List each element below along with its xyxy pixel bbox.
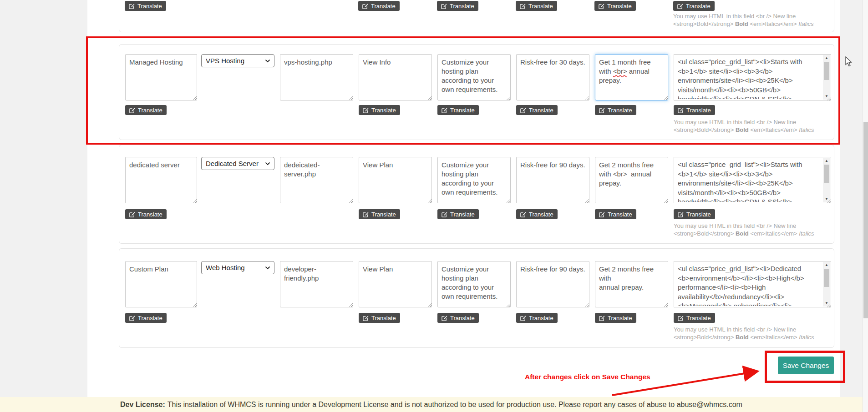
annotation-arrow <box>608 363 767 399</box>
scrollbar-thumb[interactable] <box>863 122 868 318</box>
description-field[interactable]: Customize your hosting plan according to… <box>437 54 511 100</box>
category-select[interactable]: VPS Hosting <box>201 54 274 67</box>
html-help-text: You may use HTML in this field <br /> Ne… <box>673 12 814 28</box>
trial-field[interactable]: Risk-free for 90 days. <box>516 157 589 203</box>
translate-button[interactable]: Translate <box>437 313 479 323</box>
help-line-1: You may use HTML in this field <br /> Ne… <box>674 222 815 230</box>
translate-button[interactable]: Translate <box>595 209 636 219</box>
translate-button[interactable]: Translate <box>437 1 478 11</box>
translate-button-label: Translate <box>450 211 475 218</box>
translate-button-label: Translate <box>686 211 711 218</box>
scroll-up-arrow[interactable]: ▲ <box>823 55 830 61</box>
translate-button[interactable]: Translate <box>674 105 715 115</box>
url-field[interactable]: vps-hosting.php <box>280 54 353 100</box>
textarea-scrollbar[interactable]: ▲▼ <box>823 158 830 202</box>
edit-icon <box>129 3 135 9</box>
save-changes-button[interactable]: Save Changes <box>778 357 834 374</box>
url-field[interactable]: developer-friendly.php <box>280 261 353 307</box>
help-line-2: <strong>Bold</strong> Bold <em>Italics</… <box>674 230 815 237</box>
scroll-up-arrow[interactable]: ▲ <box>823 158 830 164</box>
html-help-text: You may use HTML in this field <br /> Ne… <box>674 118 815 134</box>
edit-icon <box>678 211 684 217</box>
translate-button[interactable]: Translate <box>594 1 636 11</box>
page-scrollbar[interactable] <box>863 0 868 412</box>
scroll-down-arrow[interactable]: ▼ <box>823 93 830 100</box>
edit-icon <box>520 107 526 113</box>
name-field[interactable]: Custom Plan <box>125 261 197 307</box>
help-italic-sample: Italics <box>798 20 813 27</box>
textarea-scroll-thumb[interactable] <box>824 269 829 287</box>
help-text-part: <em>Italics</em> <box>749 126 799 133</box>
category-select[interactable]: Web Hosting <box>201 261 274 274</box>
description-field[interactable]: Customize your hosting plan according to… <box>437 157 511 203</box>
translate-button[interactable]: Translate <box>125 105 167 115</box>
features-html-field[interactable]: <ul class="price_grid_list"><li>Starts w… <box>674 157 831 203</box>
promo-field[interactable]: Get 2 months free with <br> annual prepa… <box>595 157 668 203</box>
features-html-value: <ul class="price_grid_list"><li>Starts w… <box>678 57 821 99</box>
features-html-value: <ul class="price_grid_list"><li>Starts w… <box>678 160 821 202</box>
name-field[interactable]: dedicated server <box>125 157 197 203</box>
name-field[interactable]: Managed Hosting <box>125 54 197 100</box>
trial-field[interactable]: Risk-free for 30 days. <box>516 54 589 100</box>
category-select[interactable]: Dedicated Server <box>201 157 274 170</box>
translate-button[interactable]: Translate <box>125 313 167 323</box>
tagline-field[interactable]: View Plan <box>359 157 432 203</box>
translate-button[interactable]: Translate <box>358 1 400 11</box>
scroll-down-arrow[interactable]: ▼ <box>823 196 830 202</box>
help-bold-sample: Bold <box>735 20 748 27</box>
textarea-scroll-thumb[interactable] <box>824 165 829 183</box>
promo-text: annual <box>627 67 650 75</box>
translate-button[interactable]: Translate <box>516 105 558 115</box>
help-bold-sample: Bold <box>736 230 749 237</box>
translate-button[interactable]: Translate <box>595 105 636 115</box>
translate-button[interactable]: Translate <box>359 313 400 323</box>
edit-icon <box>363 107 369 113</box>
help-line-2: <strong>Bold</strong> Bold <em>Italics</… <box>673 20 814 28</box>
tagline-field[interactable]: View Plan <box>359 261 432 307</box>
category-select-value: Dedicated Server <box>206 160 259 167</box>
scroll-down-arrow[interactable]: ▼ <box>823 300 830 306</box>
translate-button[interactable]: Translate <box>673 1 715 11</box>
translate-button[interactable]: Translate <box>437 105 479 115</box>
textarea-scroll-thumb[interactable] <box>824 62 829 80</box>
textarea-scrollbar[interactable]: ▲▼ <box>823 55 830 100</box>
promo-field[interactable]: Get 2 months free with annual prepay. <box>595 261 668 307</box>
edit-icon <box>520 315 526 321</box>
translate-button[interactable]: Translate <box>516 313 558 323</box>
edit-icon <box>363 211 369 217</box>
promo-field-focused[interactable]: Get 1 month freewith <br> annualprepay. <box>595 54 668 100</box>
edit-icon <box>599 107 605 113</box>
trial-field[interactable]: Risk-free for 90 days. <box>516 261 589 307</box>
translate-button[interactable]: Translate <box>516 209 558 219</box>
translate-button[interactable]: Translate <box>125 1 166 11</box>
textarea-scrollbar[interactable]: ▲▼ <box>823 262 830 306</box>
translate-button-label: Translate <box>371 3 396 10</box>
help-text-part: <strong>Bold</strong> <box>674 334 736 341</box>
edit-icon <box>599 211 605 217</box>
translate-button[interactable]: Translate <box>359 105 400 115</box>
translate-button[interactable]: Translate <box>359 209 400 219</box>
translate-button[interactable]: Translate <box>674 313 715 323</box>
translate-button[interactable]: Translate <box>437 209 479 219</box>
help-text-part: <strong>Bold</strong> <box>673 20 735 27</box>
features-html-field[interactable]: <ul class="price_grid_list"><li>Starts w… <box>674 54 831 100</box>
features-html-field[interactable]: <ul class="price_grid_list"><li>Dedicate… <box>674 261 831 307</box>
translate-button-label: Translate <box>608 315 632 322</box>
description-field[interactable]: Customize your hosting plan according to… <box>437 261 511 307</box>
translate-button-label: Translate <box>529 107 553 114</box>
help-text-part: <strong>Bold</strong> <box>674 126 736 133</box>
translate-button-label: Translate <box>608 107 632 114</box>
translate-button[interactable]: Translate <box>516 1 557 11</box>
features-html-value: <ul class="price_grid_list"><li>Dedicate… <box>678 264 821 306</box>
translate-button[interactable]: Translate <box>125 209 167 219</box>
category-select-value: Web Hosting <box>206 264 245 271</box>
help-line-1: You may use HTML in this field <br /> Ne… <box>674 118 815 126</box>
translate-button-label: Translate <box>529 315 553 322</box>
translate-button[interactable]: Translate <box>674 209 715 219</box>
translate-button-label: Translate <box>450 315 475 322</box>
translate-button-label: Translate <box>686 315 711 322</box>
translate-button[interactable]: Translate <box>595 313 636 323</box>
scroll-up-arrow[interactable]: ▲ <box>823 262 830 268</box>
url-field[interactable]: dedeicated-server.php <box>280 157 353 203</box>
tagline-field[interactable]: View Info <box>359 54 432 100</box>
